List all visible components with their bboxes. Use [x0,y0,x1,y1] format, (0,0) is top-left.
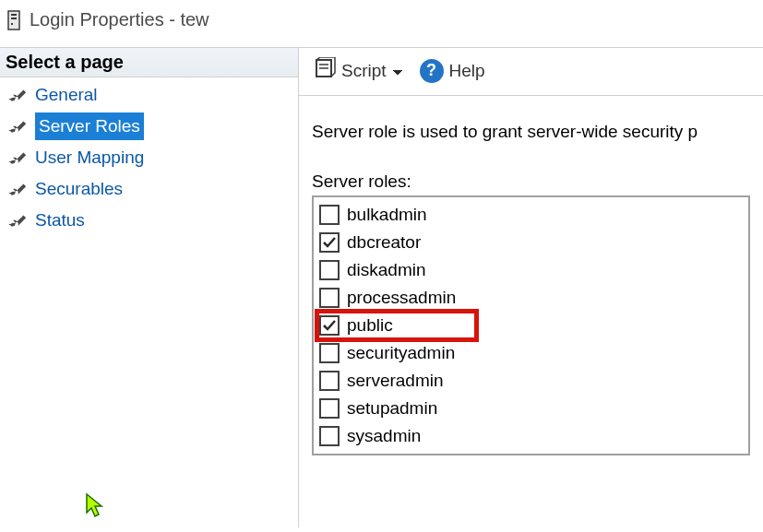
checkbox-dbcreator[interactable] [319,232,340,253]
sidebar-item-securables[interactable]: Securables [0,173,298,205]
script-button[interactable]: Script [310,55,407,86]
role-row-serveradmin[interactable]: serveradmin [319,367,743,395]
wrench-icon [7,148,28,168]
sidebar-item-label: User Mapping [35,144,144,171]
checkbox-processadmin[interactable] [319,288,340,308]
content-area: Script ? Help Server role is used to gra… [299,48,763,527]
sidebar-item-label: Status [35,207,85,234]
sidebar-header: Select a page [0,48,298,77]
sidebar: Select a page General Server Roles User … [0,48,299,527]
help-icon: ? [420,59,444,83]
sidebar-item-user-mapping[interactable]: User Mapping [0,142,298,173]
window-title: Login Properties - tew [30,9,209,30]
svg-rect-2 [11,18,17,19]
role-row-diskadmin[interactable]: diskadmin [319,256,743,284]
role-label: public [347,312,393,339]
sidebar-item-status[interactable]: Status [0,205,298,236]
script-label: Script [341,61,387,81]
toolbar: Script ? Help [299,48,763,96]
role-label: sysadmin [347,422,421,450]
checkbox-bulkadmin[interactable] [319,205,340,225]
roles-label: Server roles: [312,171,750,192]
checkbox-securityadmin[interactable] [319,343,340,363]
sidebar-list: General Server Roles User Mapping Secura… [0,77,298,236]
role-label: serveradmin [347,367,444,395]
content-body: Server role is used to grant server-wide… [299,96,763,455]
help-button[interactable]: ? Help [416,57,489,85]
titlebar: Login Properties - tew [0,0,763,47]
checkbox-sysadmin[interactable] [319,426,340,446]
wrench-icon [7,85,28,105]
role-label: dbcreator [347,229,421,256]
sidebar-item-label: Server Roles [35,112,144,140]
script-icon [314,57,336,84]
wrench-icon [7,210,28,231]
checkbox-setupadmin[interactable] [319,398,340,419]
role-row-securityadmin[interactable]: securityadmin [319,339,743,367]
role-label: processadmin [347,284,456,312]
role-label: securityadmin [347,339,455,367]
role-row-setupadmin[interactable]: setupadmin [319,395,743,422]
checkbox-diskadmin[interactable] [319,260,340,280]
server-icon [7,10,20,30]
sidebar-item-server-roles[interactable]: Server Roles [0,111,298,142]
checkbox-public[interactable] [319,315,340,336]
role-label: setupadmin [347,395,437,422]
svg-rect-1 [11,14,17,16]
role-label: bulkadmin [347,201,427,229]
role-row-public[interactable]: public [317,312,476,339]
role-label: diskadmin [347,256,426,284]
chevron-down-icon [392,61,403,81]
role-row-dbcreator[interactable]: dbcreator [319,229,743,256]
wrench-icon [7,116,28,136]
svg-rect-3 [11,23,13,25]
wrench-icon [7,179,28,199]
sidebar-item-general[interactable]: General [0,79,298,111]
roles-listbox[interactable]: bulkadmin dbcreator diskadmin [312,195,750,455]
checkbox-serveradmin[interactable] [319,371,340,391]
role-row-processadmin[interactable]: processadmin [319,284,743,312]
help-label: Help [449,61,485,81]
sidebar-item-label: General [35,81,98,109]
description-text: Server role is used to grant server-wide… [312,122,750,142]
role-row-sysadmin[interactable]: sysadmin [319,422,743,450]
role-row-bulkadmin[interactable]: bulkadmin [319,201,743,229]
sidebar-item-label: Securables [35,175,123,203]
main-container: Select a page General Server Roles User … [0,47,763,527]
